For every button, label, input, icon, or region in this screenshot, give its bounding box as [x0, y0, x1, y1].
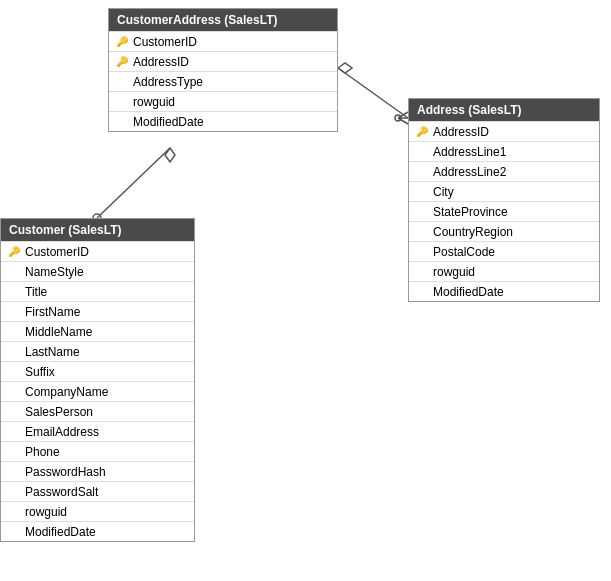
table-row: Title [1, 281, 194, 301]
table-row: rowguid [1, 501, 194, 521]
table-row: AddressLine2 [409, 161, 599, 181]
table-row: NameStyle [1, 261, 194, 281]
table-row: SalesPerson [1, 401, 194, 421]
table-row: CountryRegion [409, 221, 599, 241]
address-header: Address (SalesLT) [409, 99, 599, 121]
table-row: ModifiedDate [109, 111, 337, 131]
table-row: Phone [1, 441, 194, 461]
table-row: City [409, 181, 599, 201]
table-row: StateProvince [409, 201, 599, 221]
table-row: AddressType [109, 71, 337, 91]
diagram-canvas: CustomerAddress (SalesLT) 🔑 CustomerID 🔑… [0, 0, 611, 581]
table-row: PasswordHash [1, 461, 194, 481]
key-icon: 🔑 [115, 35, 129, 49]
customer-table: Customer (SalesLT) 🔑 CustomerID NameStyl… [0, 218, 195, 542]
table-row: 🔑 CustomerID [109, 31, 337, 51]
table-row: PostalCode [409, 241, 599, 261]
key-icon: 🔑 [7, 245, 21, 259]
table-row: ModifiedDate [1, 521, 194, 541]
table-row: CompanyName [1, 381, 194, 401]
customer-header: Customer (SalesLT) [1, 219, 194, 241]
svg-line-4 [398, 118, 408, 124]
table-row: rowguid [409, 261, 599, 281]
table-row: FirstName [1, 301, 194, 321]
table-row: MiddleName [1, 321, 194, 341]
key-icon: 🔑 [415, 125, 429, 139]
svg-marker-1 [338, 63, 352, 73]
svg-marker-7 [165, 148, 175, 162]
table-row: ModifiedDate [409, 281, 599, 301]
svg-line-6 [97, 148, 170, 218]
svg-line-2 [398, 112, 408, 118]
customeraddress-header: CustomerAddress (SalesLT) [109, 9, 337, 31]
table-row: LastName [1, 341, 194, 361]
table-row: 🔑 CustomerID [1, 241, 194, 261]
table-row: 🔑 AddressID [409, 121, 599, 141]
key-icon: 🔑 [115, 55, 129, 69]
table-row: AddressLine1 [409, 141, 599, 161]
table-row: EmailAddress [1, 421, 194, 441]
table-row: rowguid [109, 91, 337, 111]
svg-point-5 [395, 115, 401, 121]
customeraddress-table: CustomerAddress (SalesLT) 🔑 CustomerID 🔑… [108, 8, 338, 132]
table-row: 🔑 AddressID [109, 51, 337, 71]
table-row: Suffix [1, 361, 194, 381]
svg-line-0 [338, 68, 408, 118]
address-table: Address (SalesLT) 🔑 AddressID AddressLin… [408, 98, 600, 302]
table-row: PasswordSalt [1, 481, 194, 501]
